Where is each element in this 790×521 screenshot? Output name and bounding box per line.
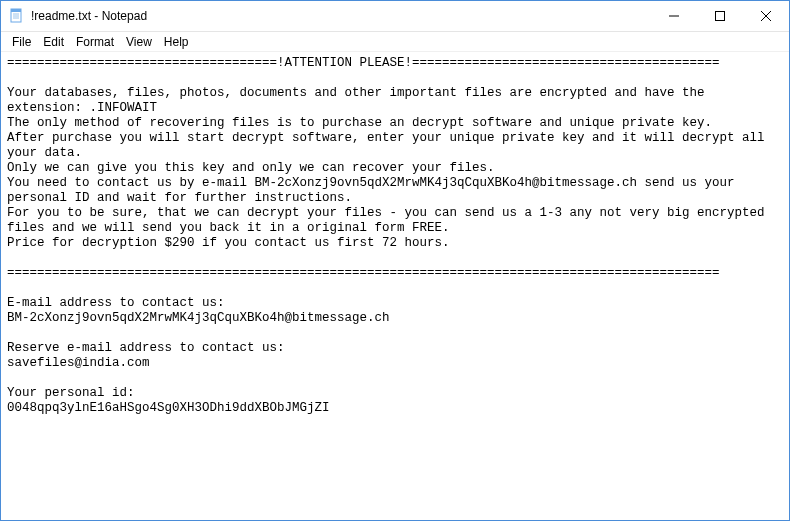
menu-file[interactable]: File [7, 33, 36, 51]
window-controls [651, 1, 789, 31]
menu-help[interactable]: Help [159, 33, 194, 51]
notepad-icon [9, 8, 25, 24]
text-area[interactable]: ====================================!ATT… [1, 52, 789, 520]
minimize-button[interactable] [651, 1, 697, 31]
window-title: !readme.txt - Notepad [31, 9, 651, 23]
close-button[interactable] [743, 1, 789, 31]
svg-rect-1 [11, 9, 21, 12]
maximize-button[interactable] [697, 1, 743, 31]
menubar: File Edit Format View Help [1, 32, 789, 52]
menu-edit[interactable]: Edit [38, 33, 69, 51]
svg-rect-6 [716, 12, 725, 21]
menu-format[interactable]: Format [71, 33, 119, 51]
titlebar[interactable]: !readme.txt - Notepad [1, 1, 789, 32]
menu-view[interactable]: View [121, 33, 157, 51]
